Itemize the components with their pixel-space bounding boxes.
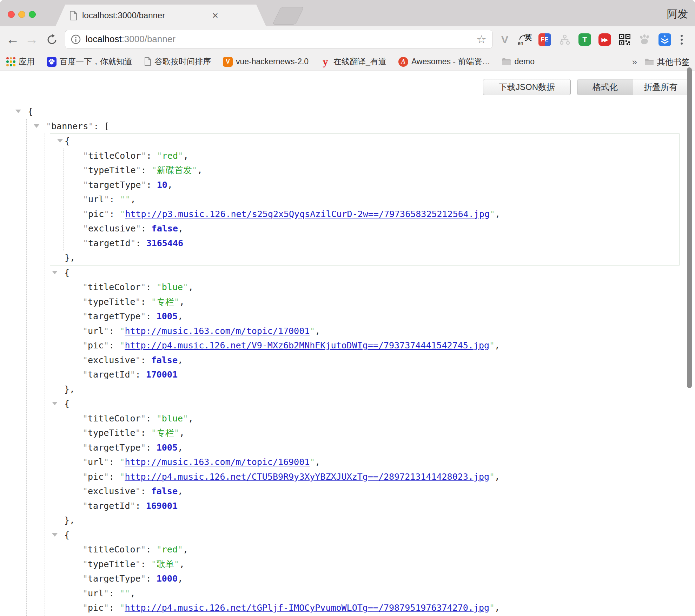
new-tab-button[interactable] (272, 7, 304, 25)
profile-name[interactable]: 阿发 (667, 7, 688, 21)
address-bar[interactable]: localhost:3000/banner ☆ (65, 30, 492, 48)
json-key: pic (88, 209, 104, 219)
json-string-value: blue (162, 282, 183, 292)
collapse-triangle-icon[interactable] (15, 110, 21, 113)
browser-menu-icon[interactable] (681, 35, 683, 45)
bookmark-google-sort[interactable]: 谷歌按时间排序 (144, 56, 211, 67)
url-host: localhost (86, 34, 122, 44)
vertical-scrollbar-thumb[interactable] (687, 67, 692, 388)
browser-tab[interactable]: localhost:3000/banner × (55, 5, 266, 26)
json-link[interactable]: http://music.163.com/m/topic/169001 (125, 457, 310, 467)
json-property-row: "titleColor": "blue", (63, 280, 680, 295)
json-key: url (88, 326, 104, 336)
collapse-triangle-icon[interactable] (52, 533, 58, 537)
bookmark-star-icon[interactable]: ☆ (476, 34, 486, 45)
tampermonkey-icon[interactable]: T (578, 33, 591, 46)
json-property-row: "titleColor": "red", (63, 542, 680, 557)
vimium-icon[interactable]: V (498, 33, 511, 46)
json-key: url (88, 457, 104, 467)
bookmark-vue-hackernews[interactable]: V vue-hackernews-2.0 (223, 57, 309, 67)
json-key: typeTitle (88, 428, 135, 438)
page-content: 下载JSON数据 格式化 折叠所有 { "banners": [ {"title… (0, 71, 695, 616)
bookmark-apps[interactable]: 应用 (6, 56, 35, 67)
browser-toolbar: ← → localhost:3000/banner ☆ V 英 en F (0, 26, 695, 53)
json-viewer: { "banners": [ {"titleColor": "red","typ… (0, 71, 689, 616)
json-property-row: "url": "http://music.163.com/m/topic/170… (63, 324, 680, 339)
json-key: targetId (88, 238, 130, 248)
json-link[interactable]: http://music.163.com/m/topic/170001 (125, 326, 310, 336)
json-key: typeTitle (88, 297, 135, 307)
json-key: targetType (88, 180, 141, 190)
collapse-triangle-icon[interactable] (34, 124, 39, 128)
json-banner-node: {"titleColor": "blue","typeTitle": "专栏",… (45, 397, 680, 528)
bookmark-folder-demo[interactable]: demo (502, 57, 535, 66)
tab-close-icon[interactable]: × (212, 10, 218, 21)
url-text[interactable]: localhost:3000/banner (86, 34, 176, 45)
fe-helper-icon[interactable]: FE (538, 33, 551, 46)
json-literal-value: 169001 (146, 501, 178, 511)
vue-icon: V (223, 57, 233, 67)
json-link[interactable]: http://p3.music.126.net/s25q2x5QyqsAzilC… (125, 209, 490, 219)
bookmark-awesomes[interactable]: A Awesomes - 前端资… (398, 56, 490, 67)
json-string-value: 新碟首发 (157, 165, 192, 175)
other-bookmarks[interactable]: 其他书签 (645, 57, 689, 67)
window-minimize-button[interactable] (18, 11, 25, 18)
json-key: banners (51, 121, 88, 131)
json-property-row: "targetType": 1005, (63, 440, 680, 455)
tab-strip: localhost:3000/banner × 阿发 (0, 0, 695, 26)
json-key: pic (88, 340, 104, 350)
json-property-row: "url": "", (63, 586, 680, 601)
json-literal-value: 170001 (146, 369, 178, 380)
json-key: targetId (88, 501, 130, 511)
json-banner-node: {"titleColor": "red","typeTitle": "新碟首发"… (50, 133, 680, 266)
json-key: titleColor (88, 544, 141, 555)
bookmark-youdao[interactable]: y 在线翻译_有道 (320, 56, 386, 67)
sitemap-icon[interactable] (558, 33, 571, 46)
json-root-node: { "banners": [ {"titleColor": "red","typ… (8, 104, 680, 616)
page-icon (144, 57, 151, 66)
bookmark-baidu[interactable]: 百度一下，你就知道 (47, 56, 132, 67)
json-property-row: "pic": "http://p4.music.126.net/tGPljf-I… (63, 601, 680, 615)
collapse-triangle-icon[interactable] (57, 139, 63, 143)
json-banner-node: {"titleColor": "blue","typeTitle": "专栏",… (45, 266, 680, 397)
json-property-row: "typeTitle": "专栏", (63, 295, 680, 309)
json-key: typeTitle (88, 165, 135, 175)
json-string-value: red (162, 151, 178, 161)
json-key: titleColor (88, 151, 141, 161)
forward-icon[interactable]: → (23, 26, 40, 53)
awesomes-icon: A (398, 57, 408, 67)
json-banner-node: {"titleColor": "red","typeTitle": "歌单","… (45, 528, 680, 616)
fast-forward-icon[interactable]: ▶▶ (598, 33, 611, 46)
bookmarks-overflow-icon[interactable]: » (632, 57, 637, 67)
check-list-icon[interactable] (658, 33, 671, 46)
json-banners-node: "banners": [ {"titleColor": "red","typeT… (27, 119, 680, 616)
json-property-row: "titleColor": "red", (64, 149, 679, 163)
window-close-button[interactable] (8, 11, 15, 18)
reload-icon[interactable] (44, 26, 60, 53)
info-icon[interactable] (71, 34, 81, 44)
json-key: pic (88, 603, 104, 613)
bookmarks-right: » 其他书签 (632, 53, 689, 71)
collapse-triangle-icon[interactable] (52, 402, 58, 405)
qrcode-icon[interactable] (618, 33, 631, 46)
back-icon[interactable]: ← (4, 26, 21, 53)
json-literal-value: 1000 (157, 574, 178, 584)
json-key: url (88, 588, 104, 598)
json-property-row: "targetId": 3165446 (64, 236, 679, 251)
apps-grid-icon (6, 57, 15, 66)
json-key: targetType (88, 574, 141, 584)
json-property-row: "exclusive": false, (63, 353, 680, 368)
window-zoom-button[interactable] (29, 11, 36, 18)
json-property-row: "targetId": 169001 (63, 499, 680, 513)
json-key: exclusive (88, 486, 135, 496)
translate-icon[interactable]: 英 en (518, 33, 531, 46)
paw-icon[interactable] (638, 33, 651, 46)
url-path: :3000/banner (122, 34, 176, 44)
collapse-triangle-icon[interactable] (52, 271, 58, 274)
json-string-value: blue (162, 413, 183, 424)
json-link[interactable]: http://p4.music.126.net/V9-MXz6b2MNhEKju… (125, 340, 489, 350)
json-key: targetId (88, 369, 130, 380)
json-link[interactable]: http://p4.music.126.net/tGPljf-IMOCyPvum… (125, 603, 489, 613)
extensions-row: V 英 en FE T ▶▶ (498, 26, 683, 53)
json-link[interactable]: http://p4.music.126.net/CTU5B9R9y3XyYBZX… (125, 472, 489, 482)
